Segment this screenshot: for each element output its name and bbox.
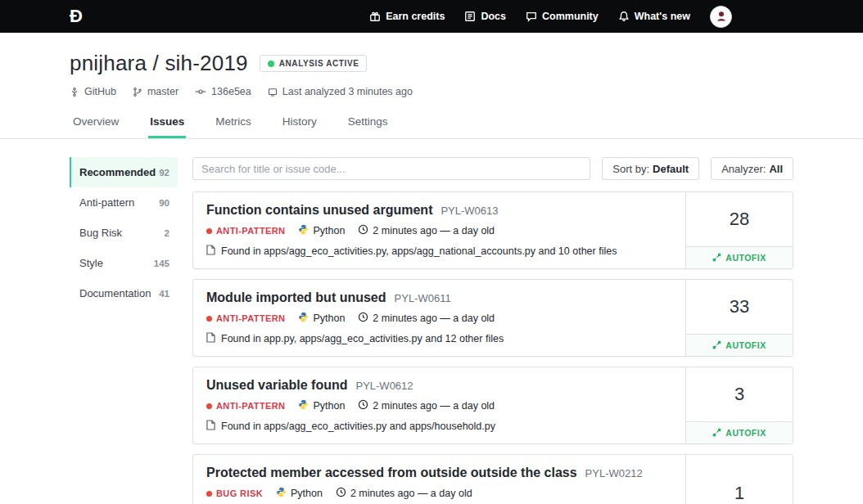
sort-by-button[interactable]: Sort by: Default <box>602 157 699 180</box>
issue-card-side: 28 AUTOFIX <box>685 192 793 268</box>
issue-code: PYL-W0611 <box>395 292 451 304</box>
tab-settings[interactable]: Settings <box>346 109 390 138</box>
issue-age: 2 minutes ago — a day old <box>358 224 495 237</box>
tab-history[interactable]: History <box>281 109 319 138</box>
sort-by-label: Sort by: <box>612 163 649 175</box>
issue-card-side: 1 <box>685 455 793 504</box>
clock-icon <box>358 399 368 412</box>
sidebar-item-count: 92 <box>159 168 169 178</box>
issue-age: 2 minutes ago — a day old <box>358 399 495 412</box>
status-badge: ANALYSIS ACTIVE <box>260 55 368 72</box>
issue-age: 2 minutes ago — a day old <box>336 487 472 500</box>
sidebar-item-count: 41 <box>159 289 169 299</box>
whats-new-link[interactable]: What's new <box>618 11 690 22</box>
commit-icon <box>195 87 206 97</box>
community-label: Community <box>542 11 599 22</box>
sidebar-item-count: 145 <box>154 259 169 268</box>
python-icon <box>298 399 309 412</box>
issue-age: 2 minutes ago — a day old <box>358 312 495 325</box>
file-icon <box>206 245 215 258</box>
sidebar-item-label: Style <box>79 257 103 269</box>
page-title: pnijhara / sih-2019 <box>70 51 248 76</box>
sidebar-item-bug-risk[interactable]: Bug Risk 2 <box>70 218 178 248</box>
issue-found-in: Found in app.py, apps/agg_eco_activities… <box>206 332 672 345</box>
issue-card[interactable]: Module imported but unused PYL-W0611 ANT… <box>192 279 793 357</box>
file-icon <box>206 420 215 433</box>
issue-category-tag: ANTI-PATTERN <box>206 226 285 236</box>
sidebar-item-anti-pattern[interactable]: Anti-pattern 90 <box>70 187 178 218</box>
sidebar-item-label: Documentation <box>79 287 151 299</box>
issues-toolbar: Sort by: Default Analyzer: All <box>192 157 793 180</box>
bell-icon <box>618 11 630 22</box>
user-avatar[interactable] <box>710 6 732 28</box>
python-icon <box>298 224 309 237</box>
navbar-right: Earn credits Docs Community What's new <box>369 6 732 28</box>
issue-card[interactable]: Unused variable found PYL-W0612 ANTI-PAT… <box>192 367 793 444</box>
earn-credits-label: Earn credits <box>386 11 445 22</box>
top-navbar: Ð Earn credits Docs Community What's new <box>0 0 863 33</box>
issue-language: Python <box>276 487 323 500</box>
tab-overview[interactable]: Overview <box>71 109 120 138</box>
docs-icon <box>464 11 476 22</box>
occurrence-count: 3 <box>686 367 793 421</box>
issue-card[interactable]: Protected member accessed from outside o… <box>192 454 793 504</box>
history-icon <box>268 87 278 97</box>
branch-icon <box>133 87 142 97</box>
sort-by-value: Default <box>653 163 689 175</box>
category-dot-icon <box>206 403 212 409</box>
issue-language: Python <box>298 399 345 412</box>
git-fork-icon <box>70 87 79 97</box>
issues-main: Sort by: Default Analyzer: All Function … <box>192 157 793 504</box>
earn-credits-link[interactable]: Earn credits <box>369 11 445 22</box>
deepsource-logo-icon[interactable]: Ð <box>70 7 83 25</box>
sidebar-item-label: Recommended <box>79 166 156 178</box>
python-icon <box>298 312 309 325</box>
vcs-provider: GitHub <box>70 86 116 97</box>
issue-code: PYL-W0612 <box>355 380 413 392</box>
docs-link[interactable]: Docs <box>464 11 506 22</box>
issue-card[interactable]: Function contains unused argument PYL-W0… <box>192 191 793 269</box>
analyzer-filter-button[interactable]: Analyzer: All <box>711 157 793 180</box>
vcs-provider-label: GitHub <box>84 86 116 97</box>
issue-category-tag: ANTI-PATTERN <box>206 401 285 411</box>
commit-hash-label: 136e5ea <box>211 86 251 97</box>
sidebar-item-count: 2 <box>165 228 169 238</box>
sidebar-item-count: 90 <box>159 198 169 208</box>
search-input[interactable] <box>192 157 590 180</box>
issue-card-main: Module imported but unused PYL-W0611 ANT… <box>193 280 685 356</box>
wrench-icon <box>712 428 721 439</box>
file-icon <box>206 332 215 345</box>
sidebar-item-documentation[interactable]: Documentation 41 <box>70 278 178 308</box>
sidebar-item-style[interactable]: Style 145 <box>70 248 178 278</box>
issue-found-in: Found in apps/agg_eco_activities.py and … <box>206 420 672 433</box>
page: Ð Earn credits Docs Community What's new <box>0 0 863 504</box>
status-dot-icon <box>268 61 274 67</box>
occurrence-count: 28 <box>686 192 793 246</box>
issue-found-in: Found in apps/agg_eco_activities.py, app… <box>206 245 672 258</box>
issue-category-sidebar: Recommended 92 Anti-pattern 90 Bug Risk … <box>70 157 178 308</box>
issue-title[interactable]: Module imported but unused <box>206 290 386 305</box>
issue-card-side: 33 AUTOFIX <box>685 280 793 356</box>
issue-title[interactable]: Protected member accessed from outside o… <box>206 466 577 480</box>
python-icon <box>276 487 287 500</box>
tab-metrics[interactable]: Metrics <box>214 109 253 138</box>
issue-card-main: Unused variable found PYL-W0612 ANTI-PAT… <box>193 367 685 443</box>
gift-icon <box>369 11 381 22</box>
category-dot-icon <box>206 316 212 322</box>
tab-issues[interactable]: Issues <box>148 109 186 138</box>
branch-name: master <box>133 86 178 97</box>
issue-code: PYL-W0613 <box>441 205 498 217</box>
autofix-button[interactable]: AUTOFIX <box>686 334 793 356</box>
community-link[interactable]: Community <box>526 11 599 22</box>
category-dot-icon <box>206 491 212 497</box>
issue-title[interactable]: Unused variable found <box>206 378 347 393</box>
autofix-button[interactable]: AUTOFIX <box>686 246 793 268</box>
issue-card-side: 3 AUTOFIX <box>685 367 793 443</box>
analyzer-value: All <box>769 163 783 175</box>
chat-icon <box>526 11 537 22</box>
autofix-button[interactable]: AUTOFIX <box>686 421 793 443</box>
sidebar-item-recommended[interactable]: Recommended 92 <box>70 157 178 187</box>
repo-header: pnijhara / sih-2019 ANALYSIS ACTIVE GitH… <box>0 33 863 139</box>
issue-title[interactable]: Function contains unused argument <box>206 203 432 218</box>
issue-category-tag: BUG RISK <box>206 488 263 498</box>
